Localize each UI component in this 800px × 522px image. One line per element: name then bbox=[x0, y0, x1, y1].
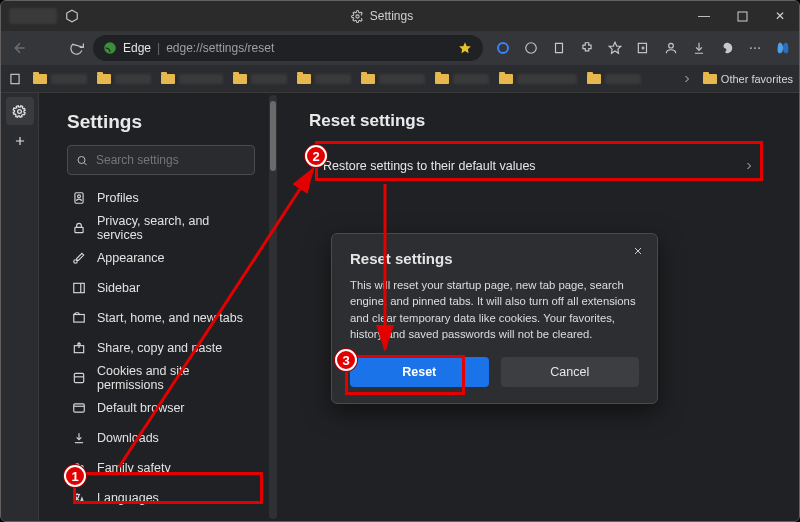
reset-dialog: Reset settings This will reset your star… bbox=[331, 233, 658, 404]
edge-logo-icon bbox=[103, 41, 117, 55]
downloads-icon[interactable] bbox=[691, 40, 707, 56]
nav-languages[interactable]: Languages bbox=[67, 483, 255, 513]
nav-start[interactable]: Start, home, and new tabs bbox=[67, 303, 255, 333]
browser-icon bbox=[71, 400, 87, 416]
nav-label: Cookies and site permissions bbox=[97, 364, 255, 392]
extension-icon-2[interactable] bbox=[523, 40, 539, 56]
nav-default-browser[interactable]: Default browser bbox=[67, 393, 255, 423]
nav-appearance[interactable]: Appearance bbox=[67, 243, 255, 273]
gear-icon bbox=[351, 10, 364, 23]
nav-share[interactable]: Share, copy and paste bbox=[67, 333, 255, 363]
settings-title: Settings bbox=[67, 111, 255, 133]
close-icon bbox=[632, 245, 644, 257]
nav-profiles[interactable]: Profiles bbox=[67, 183, 255, 213]
reset-button[interactable]: Reset bbox=[350, 357, 489, 387]
svg-point-14 bbox=[18, 109, 22, 113]
svg-marker-3 bbox=[459, 42, 471, 53]
nav-label: Start, home, and new tabs bbox=[97, 311, 243, 325]
extension-icon-3[interactable] bbox=[551, 40, 567, 56]
plus-icon bbox=[13, 134, 27, 148]
language-icon bbox=[71, 490, 87, 506]
nav-label: Profiles bbox=[97, 191, 139, 205]
bookmark-folder-6[interactable] bbox=[361, 74, 425, 84]
gear-icon bbox=[12, 104, 27, 119]
bookmark-folder-1[interactable] bbox=[33, 74, 87, 84]
settings-search[interactable] bbox=[67, 145, 255, 175]
share-icon bbox=[71, 340, 87, 356]
settings-sidebar: Settings Profiles Privacy, search, and s… bbox=[39, 93, 269, 521]
back-button[interactable] bbox=[9, 35, 31, 61]
bookmark-folder-5[interactable] bbox=[297, 74, 351, 84]
nav-printers[interactable]: Printers bbox=[67, 513, 255, 522]
svg-marker-5 bbox=[609, 42, 621, 53]
vertical-tab-strip bbox=[1, 93, 39, 521]
favorite-star-icon[interactable] bbox=[457, 40, 473, 56]
refresh-button[interactable] bbox=[65, 35, 87, 61]
profile-icon bbox=[71, 190, 87, 206]
nav-privacy[interactable]: Privacy, search, and services bbox=[67, 213, 255, 243]
address-bar[interactable]: Edge | edge://settings/reset bbox=[93, 35, 483, 61]
nav-family[interactable]: Family safety bbox=[67, 453, 255, 483]
nav-sidebar[interactable]: Sidebar bbox=[67, 273, 255, 303]
svg-rect-13 bbox=[11, 74, 19, 83]
cancel-button[interactable]: Cancel bbox=[501, 357, 640, 387]
maximize-button[interactable] bbox=[723, 1, 761, 31]
svg-point-9 bbox=[669, 43, 674, 48]
tab-icon bbox=[71, 310, 87, 326]
dialog-title: Reset settings bbox=[350, 250, 639, 267]
search-icon bbox=[76, 154, 88, 167]
svg-rect-27 bbox=[74, 373, 83, 382]
nav-cookies[interactable]: Cookies and site permissions bbox=[67, 363, 255, 393]
nav-label: Languages bbox=[97, 491, 159, 505]
svg-rect-21 bbox=[75, 227, 83, 232]
url-path: edge://settings/reset bbox=[166, 41, 274, 55]
bookmark-folder-3[interactable] bbox=[161, 74, 223, 84]
favorites-icon[interactable] bbox=[607, 40, 623, 56]
nav-label: Downloads bbox=[97, 431, 159, 445]
tab-actions-icon[interactable] bbox=[7, 71, 23, 87]
minimize-button[interactable]: — bbox=[685, 1, 723, 31]
restore-defaults-row[interactable]: Restore settings to their default values bbox=[309, 145, 769, 187]
cookie-icon bbox=[71, 370, 87, 386]
extension-icon-1[interactable] bbox=[495, 40, 511, 56]
nav-label: Default browser bbox=[97, 401, 185, 415]
svg-rect-29 bbox=[74, 404, 85, 412]
bookmark-folder-4[interactable] bbox=[233, 74, 287, 84]
workspace-icon[interactable] bbox=[65, 9, 79, 23]
svg-rect-1 bbox=[738, 12, 747, 21]
vtab-settings[interactable] bbox=[6, 97, 34, 125]
url-scheme: Edge bbox=[123, 41, 151, 55]
bookmark-folder-8[interactable] bbox=[499, 74, 577, 84]
tab-title-redacted bbox=[9, 8, 57, 24]
dialog-close-button[interactable] bbox=[627, 240, 649, 262]
bookmark-folder-7[interactable] bbox=[435, 74, 489, 84]
other-favorites-label: Other favorites bbox=[721, 73, 793, 85]
svg-point-4 bbox=[526, 43, 537, 54]
svg-point-31 bbox=[76, 464, 80, 468]
nav-label: Sidebar bbox=[97, 281, 140, 295]
bookmark-folder-2[interactable] bbox=[97, 74, 151, 84]
panel-title: Reset settings bbox=[309, 111, 769, 131]
settings-search-input[interactable] bbox=[96, 153, 246, 167]
vtab-new[interactable] bbox=[6, 127, 34, 155]
svg-point-17 bbox=[78, 156, 85, 163]
nav-label: Share, copy and paste bbox=[97, 341, 222, 355]
svg-point-11 bbox=[754, 47, 756, 49]
collections-icon[interactable] bbox=[635, 40, 651, 56]
extensions-menu-icon[interactable] bbox=[579, 40, 595, 56]
nav-label: Privacy, search, and services bbox=[97, 214, 255, 242]
copilot-icon[interactable] bbox=[775, 40, 791, 56]
profile-icon[interactable] bbox=[663, 40, 679, 56]
other-favorites[interactable]: Other favorites bbox=[703, 73, 793, 85]
bookmarks-overflow-icon[interactable] bbox=[679, 71, 695, 87]
forward-button[interactable] bbox=[37, 35, 59, 61]
nav-label: Family safety bbox=[97, 461, 171, 475]
svg-point-22 bbox=[74, 260, 78, 264]
svg-point-10 bbox=[750, 47, 752, 49]
menu-dots-icon[interactable] bbox=[747, 40, 763, 56]
extension-icon-4[interactable] bbox=[719, 40, 735, 56]
bookmark-folder-9[interactable] bbox=[587, 74, 641, 84]
nav-label: Appearance bbox=[97, 251, 164, 265]
close-button[interactable]: ✕ bbox=[761, 1, 799, 31]
nav-downloads[interactable]: Downloads bbox=[67, 423, 255, 453]
